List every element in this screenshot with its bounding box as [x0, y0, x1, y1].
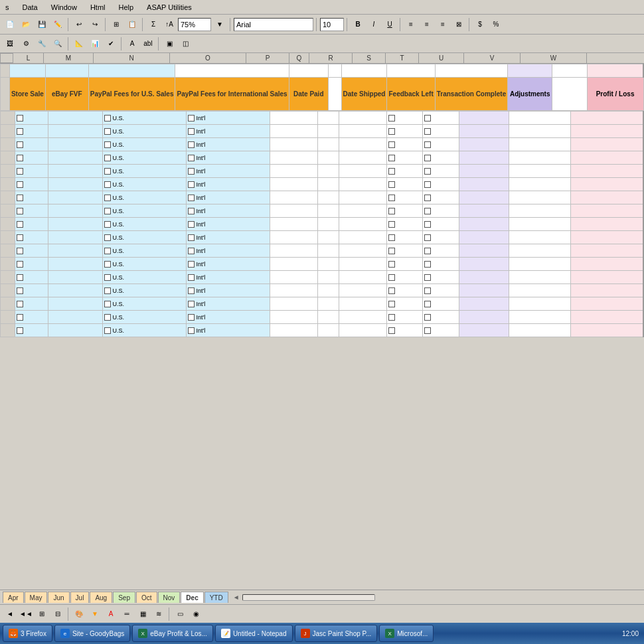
cell-R-5[interactable] — [339, 178, 386, 191]
cell-Q-13[interactable] — [317, 284, 339, 297]
bold-btn[interactable]: B — [351, 17, 365, 32]
cell-O-13[interactable]: Int'l — [187, 284, 270, 297]
cell-M-11[interactable] — [48, 258, 103, 271]
cell-T-7[interactable] — [423, 204, 459, 218]
cell-Q-7[interactable] — [317, 204, 339, 218]
cell-L-1[interactable] — [15, 125, 48, 138]
cell-R-2[interactable] — [339, 138, 386, 151]
cell-M-1[interactable] — [48, 125, 103, 138]
cell-T-2[interactable] — [423, 138, 459, 151]
col-Q[interactable]: Q — [289, 53, 309, 63]
cell-N-5[interactable]: U.S. — [103, 178, 187, 191]
cell-M-2[interactable] — [48, 138, 103, 151]
cell-O-10[interactable]: Int'l — [187, 244, 270, 258]
cell-U-13[interactable] — [459, 284, 509, 297]
cell-S-13[interactable] — [386, 284, 423, 297]
cell-L-13[interactable] — [15, 284, 48, 297]
col-O[interactable]: O — [170, 53, 246, 63]
menu-window[interactable]: Window — [48, 3, 80, 12]
taskbar-ms[interactable]: X Microsof... — [379, 625, 434, 642]
cell-L-6[interactable] — [15, 191, 48, 204]
draw-nav3[interactable]: ⊞ — [35, 607, 49, 621]
tab-apr[interactable]: Apr — [3, 592, 24, 603]
cell-O-6[interactable]: Int'l — [187, 191, 270, 204]
tb2-btn4[interactable]: 🔍 — [50, 37, 65, 51]
tb2-btn7[interactable]: ✔ — [104, 37, 118, 51]
cell-U-9[interactable] — [459, 231, 509, 244]
cell-L1[interactable] — [9, 64, 45, 78]
copy-btn[interactable]: ⊞ — [109, 17, 123, 32]
cell-L-4[interactable] — [15, 165, 48, 178]
cell-P-9[interactable] — [270, 231, 317, 244]
tb2-btn9[interactable]: abl — [141, 37, 155, 51]
cell-U-11[interactable] — [459, 258, 509, 271]
cell-M-3[interactable] — [48, 151, 103, 165]
cell-P-0[interactable] — [270, 112, 317, 125]
menu-help[interactable]: Help — [116, 3, 136, 12]
cell-V-15[interactable] — [509, 311, 570, 324]
cell-P-1[interactable] — [270, 125, 317, 138]
cell-W-12[interactable] — [570, 271, 643, 284]
cell-T-9[interactable] — [423, 231, 459, 244]
cell-V1[interactable] — [552, 64, 587, 78]
cell-P-14[interactable] — [270, 297, 317, 311]
cell-N1[interactable] — [88, 64, 175, 78]
save-btn[interactable]: 💾 — [35, 17, 49, 32]
cell-P-10[interactable] — [270, 244, 317, 258]
cell-L-8[interactable] — [15, 218, 48, 231]
hscrollbar[interactable] — [242, 594, 375, 601]
align-center[interactable]: ≡ — [420, 17, 434, 32]
cell-Q-15[interactable] — [317, 311, 339, 324]
cell-S-0[interactable] — [386, 112, 423, 125]
tb2-btn11[interactable]: ◫ — [178, 37, 193, 51]
cell-R-14[interactable] — [339, 297, 386, 311]
cell-M1[interactable] — [45, 64, 88, 78]
cell-R-6[interactable] — [339, 191, 386, 204]
cell-S-1[interactable] — [386, 125, 423, 138]
zoom-down[interactable]: ▼ — [212, 17, 227, 32]
cell-M-4[interactable] — [48, 165, 103, 178]
cell-L-11[interactable] — [15, 258, 48, 271]
cell-O-8[interactable]: Int'l — [187, 218, 270, 231]
draw-oval[interactable]: ◉ — [189, 607, 203, 621]
cell-R-12[interactable] — [339, 271, 386, 284]
cell-W-4[interactable] — [570, 165, 643, 178]
draw-nav4[interactable]: ⊟ — [50, 607, 65, 621]
cell-Q-2[interactable] — [317, 138, 339, 151]
col-V[interactable]: V — [464, 53, 521, 63]
cell-Q-9[interactable] — [317, 231, 339, 244]
cell-P-16[interactable] — [270, 324, 317, 337]
cell-V-14[interactable] — [509, 297, 570, 311]
cell-P-4[interactable] — [270, 165, 317, 178]
cell-T-4[interactable] — [423, 165, 459, 178]
cell-M-14[interactable] — [48, 297, 103, 311]
cell-M-8[interactable] — [48, 218, 103, 231]
menu-s[interactable]: s — [3, 3, 12, 12]
cell-T-0[interactable] — [423, 112, 459, 125]
cell-T-16[interactable] — [423, 324, 459, 337]
open-btn[interactable]: 📂 — [19, 17, 33, 32]
cell-W-3[interactable] — [570, 151, 643, 165]
taskbar-site[interactable]: e Site - GoodyBags — [54, 625, 130, 642]
cell-M-0[interactable] — [48, 112, 103, 125]
cell-S-11[interactable] — [386, 258, 423, 271]
font-input[interactable] — [234, 18, 313, 31]
cell-N-15[interactable]: U.S. — [103, 311, 187, 324]
cell-T-6[interactable] — [423, 191, 459, 204]
cell-O1[interactable] — [175, 64, 289, 78]
cell-U-6[interactable] — [459, 191, 509, 204]
cell-R-0[interactable] — [339, 112, 386, 125]
tb2-btn6[interactable]: 📊 — [88, 37, 102, 51]
cell-V-13[interactable] — [509, 284, 570, 297]
cell-Q1[interactable] — [328, 64, 341, 78]
cell-S-14[interactable] — [386, 297, 423, 311]
cell-V-2[interactable] — [509, 138, 570, 151]
cell-L-7[interactable] — [15, 204, 48, 218]
draw-rect[interactable]: ▭ — [173, 607, 187, 621]
tb2-btn8[interactable]: A — [125, 37, 139, 51]
paste-btn[interactable]: 📋 — [125, 17, 139, 32]
cell-L-2[interactable] — [15, 138, 48, 151]
cell-S-4[interactable] — [386, 165, 423, 178]
currency-btn[interactable]: $ — [473, 17, 487, 32]
cell-O-2[interactable]: Int'l — [187, 138, 270, 151]
